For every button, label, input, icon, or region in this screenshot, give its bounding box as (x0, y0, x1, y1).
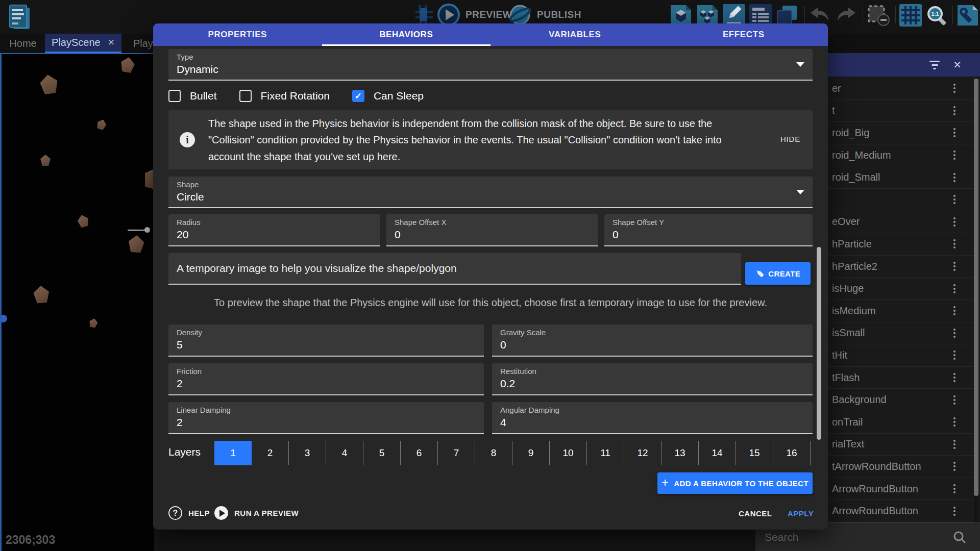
asteroid-sprite[interactable] (40, 155, 51, 166)
kebab-menu-icon[interactable] (953, 462, 955, 471)
layer-option-6[interactable]: 6 (401, 441, 438, 465)
shape-select[interactable]: Shape Circle (168, 177, 813, 208)
field-density[interactable]: Density5 (168, 324, 484, 357)
kebab-menu-icon[interactable] (953, 417, 955, 427)
layer-option-2[interactable]: 2 (252, 441, 289, 465)
checkbox-bullet[interactable]: Bullet (168, 90, 217, 102)
filter-icon[interactable] (929, 61, 940, 69)
close-tab-icon[interactable]: ✕ (108, 37, 115, 48)
layer-option-13[interactable]: 13 (662, 441, 699, 465)
object-editor-dialog: PROPERTIES BEHAVIORS VARIABLES EFFECTS T… (153, 23, 828, 530)
object-name: Background (832, 394, 887, 406)
object-name: rialText (832, 438, 864, 450)
kebab-menu-icon[interactable] (953, 106, 955, 115)
layer-option-12[interactable]: 12 (624, 441, 662, 465)
asteroid-sprite[interactable] (119, 56, 137, 74)
scene-canvas[interactable]: 2306;303 (0, 53, 159, 551)
objects-scrollbar[interactable] (974, 78, 978, 549)
layer-option-10[interactable]: 10 (550, 441, 587, 465)
grid-icon[interactable] (899, 4, 922, 27)
selection-mask-icon[interactable] (867, 4, 890, 27)
checkbox-fixed-rotation[interactable]: Fixed Rotation (239, 90, 330, 102)
field-angular-damping[interactable]: Angular Damping4 (492, 402, 813, 434)
field-restitution[interactable]: Restitution0.2 (492, 363, 813, 395)
layer-option-3[interactable]: 3 (289, 441, 326, 465)
undo-icon[interactable] (808, 6, 831, 26)
tab-home[interactable]: Home (3, 34, 43, 53)
kebab-menu-icon[interactable] (953, 84, 955, 93)
apply-button[interactable]: APPLY (788, 509, 814, 518)
kebab-menu-icon[interactable] (953, 440, 955, 449)
project-tools-icon[interactable] (957, 4, 979, 27)
redo-icon[interactable] (835, 6, 857, 26)
kebab-menu-icon[interactable] (953, 151, 955, 160)
asteroid-sprite[interactable] (127, 235, 146, 254)
kebab-menu-icon[interactable] (953, 262, 955, 271)
tab-effects[interactable]: EFFECTS (659, 23, 828, 46)
field-gravity-scale[interactable]: Gravity Scale0 (492, 324, 813, 357)
kebab-menu-icon[interactable] (953, 195, 955, 204)
kebab-menu-icon[interactable] (953, 484, 955, 493)
kebab-menu-icon[interactable] (953, 173, 955, 182)
field-friction[interactable]: Friction2 (168, 363, 484, 395)
create-button[interactable]: ✎ CREATE (745, 262, 811, 285)
checkbox-icon[interactable] (239, 90, 252, 102)
field-shape-offset-x[interactable]: Shape Offset X0 (386, 214, 598, 246)
help-button[interactable]: ? HELP (168, 506, 210, 520)
kebab-menu-icon[interactable] (953, 329, 955, 338)
field-linear-damping[interactable]: Linear Damping2 (168, 402, 484, 434)
asteroid-sprite[interactable] (76, 213, 90, 228)
run-preview-button[interactable]: RUN A PREVIEW (214, 506, 299, 520)
asteroid-sprite[interactable] (95, 118, 108, 131)
tab-properties[interactable]: PROPERTIES (153, 23, 322, 46)
layer-option-14[interactable]: 14 (699, 441, 736, 465)
kebab-menu-icon[interactable] (953, 284, 955, 293)
layer-option-4[interactable]: 4 (326, 441, 363, 465)
layer-option-8[interactable]: 8 (475, 441, 512, 465)
type-select[interactable]: Type Dynamic (168, 49, 813, 81)
layer-option-16[interactable]: 16 (773, 441, 811, 465)
asteroid-sprite[interactable] (38, 73, 60, 95)
cancel-button[interactable]: CANCEL (739, 509, 772, 518)
chevron-down-icon[interactable] (796, 62, 804, 67)
hide-button[interactable]: HIDE (780, 135, 800, 143)
field-value: 5 (177, 339, 183, 351)
kebab-menu-icon[interactable] (953, 395, 955, 405)
gdevelop-window: PREVIEW PUBLISH (0, 0, 980, 551)
tab-variables[interactable]: VARIABLES (491, 23, 659, 46)
field-shape-offset-y[interactable]: Shape Offset Y0 (604, 214, 813, 246)
checkbox-can-sleep[interactable]: ✓Can Sleep (352, 90, 424, 102)
kebab-menu-icon[interactable] (953, 239, 955, 248)
tab-playscene[interactable]: PlayScene ✕ (45, 34, 121, 53)
measure-handle[interactable] (144, 227, 150, 233)
chevron-down-icon[interactable] (796, 190, 804, 194)
field-value: 4 (500, 416, 506, 429)
tab-behaviors[interactable]: BEHAVIORS (322, 23, 491, 46)
kebab-menu-icon[interactable] (953, 128, 955, 137)
kebab-menu-icon[interactable] (953, 306, 955, 315)
checkbox-checked-icon[interactable]: ✓ (352, 90, 364, 102)
layer-option-7[interactable]: 7 (438, 441, 475, 465)
kebab-menu-icon[interactable] (953, 373, 955, 382)
kebab-menu-icon[interactable] (953, 350, 955, 360)
selection-handle[interactable] (0, 315, 7, 322)
layer-option-9[interactable]: 9 (512, 441, 550, 465)
field-radius[interactable]: Radius20 (168, 214, 380, 246)
temp-image-field[interactable]: A temporary image to help you visualize … (168, 253, 741, 285)
close-panel-icon[interactable]: ✕ (953, 59, 962, 71)
object-name: hParticle2 (832, 261, 877, 272)
add-behavior-button[interactable]: + ADD A BEHAVIOR TO THE OBJECT (657, 472, 813, 494)
dialog-scroll-thumb[interactable] (817, 247, 821, 440)
objects-scroll-thumb[interactable] (974, 79, 978, 496)
layer-option-11[interactable]: 11 (587, 441, 624, 465)
asteroid-sprite[interactable] (88, 317, 99, 328)
layer-option-1[interactable]: 1 (214, 441, 252, 465)
asteroid-sprite[interactable] (32, 285, 51, 304)
layer-option-5[interactable]: 5 (363, 441, 401, 465)
kebab-menu-icon[interactable] (953, 217, 955, 227)
checkbox-icon[interactable] (168, 90, 181, 102)
zoom-1-1-icon[interactable]: 1:1 (925, 4, 948, 28)
layer-option-15[interactable]: 15 (736, 441, 773, 465)
project-manager-icon[interactable] (7, 3, 32, 31)
kebab-menu-icon[interactable] (953, 507, 955, 516)
